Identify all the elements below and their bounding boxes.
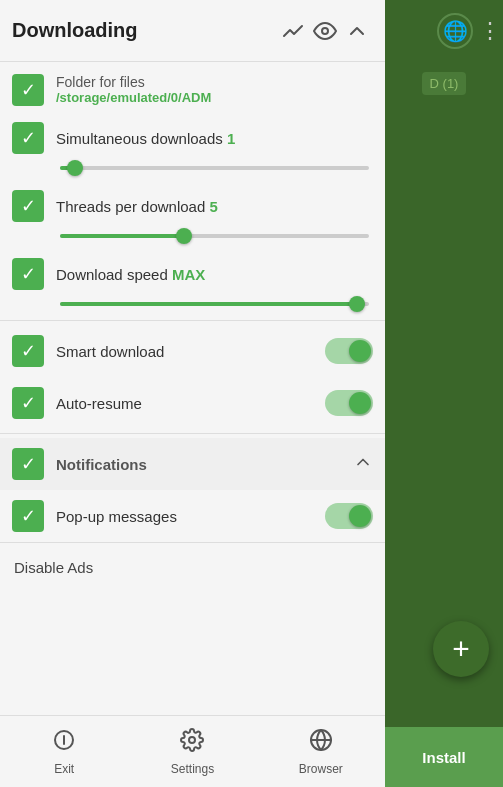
- browser-icon: [309, 728, 333, 758]
- simultaneous-label: Simultaneous downloads 1: [56, 130, 373, 147]
- smart-download-checkbox[interactable]: ✓: [12, 335, 44, 367]
- threads-checkbox[interactable]: ✓: [12, 190, 44, 222]
- chart-icon[interactable]: [277, 15, 309, 47]
- simultaneous-slider-track[interactable]: [60, 166, 369, 170]
- threads-slider-track[interactable]: [60, 234, 369, 238]
- eye-icon[interactable]: [309, 15, 341, 47]
- right-panel: 🌐 ⋮ D (1) + Install: [385, 0, 503, 787]
- folder-label: Folder for files: [56, 74, 211, 90]
- header: Downloading: [0, 0, 385, 62]
- bottom-nav: Exit Settings Browser: [0, 715, 385, 787]
- threads-slider-container: [0, 232, 385, 248]
- page-title: Downloading: [12, 19, 277, 42]
- nav-settings[interactable]: Settings: [128, 716, 256, 787]
- auto-resume-toggle-thumb: [349, 392, 371, 414]
- speed-label: Download speed MAX: [56, 266, 373, 283]
- auto-resume-label: Auto-resume: [56, 395, 313, 412]
- download-badge: D (1): [422, 72, 467, 95]
- install-bar[interactable]: Install: [385, 727, 503, 787]
- exit-label: Exit: [54, 762, 74, 776]
- folder-checkbox[interactable]: ✓: [12, 74, 44, 106]
- nav-exit[interactable]: Exit: [0, 716, 128, 787]
- folder-row[interactable]: ✓ Folder for files /storage/emulated/0/A…: [0, 62, 385, 112]
- threads-label: Threads per download 5: [56, 198, 373, 215]
- auto-resume-toggle[interactable]: [325, 390, 373, 416]
- more-options-icon[interactable]: ⋮: [479, 18, 499, 44]
- simultaneous-checkbox[interactable]: ✓: [12, 122, 44, 154]
- content-area: ✓ Folder for files /storage/emulated/0/A…: [0, 62, 385, 715]
- speed-slider-fill: [60, 302, 357, 306]
- exit-icon: [52, 728, 76, 758]
- browser-label: Browser: [299, 762, 343, 776]
- simultaneous-row: ✓ Simultaneous downloads 1: [0, 112, 385, 164]
- collapse-icon[interactable]: [341, 15, 373, 47]
- simultaneous-slider-thumb[interactable]: [67, 160, 83, 176]
- notifications-header[interactable]: ✓ Notifications: [0, 438, 385, 490]
- settings-icon: [180, 728, 204, 758]
- smart-download-row: ✓ Smart download: [0, 325, 385, 377]
- speed-checkbox[interactable]: ✓: [12, 258, 44, 290]
- popup-toggle-thumb: [349, 505, 371, 527]
- popup-checkbox[interactable]: ✓: [12, 500, 44, 532]
- popup-toggle[interactable]: [325, 503, 373, 529]
- globe-icon[interactable]: 🌐: [437, 13, 473, 49]
- svg-point-4: [189, 737, 195, 743]
- fab-add-button[interactable]: +: [433, 621, 489, 677]
- threads-slider-thumb[interactable]: [176, 228, 192, 244]
- divider-2: [0, 433, 385, 434]
- main-panel: Downloading ✓ Folder for files /storage/…: [0, 0, 385, 787]
- speed-row: ✓ Download speed MAX: [0, 248, 385, 300]
- notifications-chevron-icon[interactable]: [353, 452, 373, 477]
- svg-point-0: [322, 28, 328, 34]
- auto-resume-checkbox[interactable]: ✓: [12, 387, 44, 419]
- speed-slider-thumb[interactable]: [349, 296, 365, 312]
- auto-resume-row: ✓ Auto-resume: [0, 377, 385, 429]
- divider-1: [0, 320, 385, 321]
- simultaneous-slider-container: [0, 164, 385, 180]
- folder-path: /storage/emulated/0/ADM: [56, 90, 211, 105]
- smart-download-toggle[interactable]: [325, 338, 373, 364]
- threads-row: ✓ Threads per download 5: [0, 180, 385, 232]
- popup-row: ✓ Pop-up messages: [0, 490, 385, 542]
- disable-ads-row[interactable]: Disable Ads: [0, 542, 385, 592]
- notifications-checkbox[interactable]: ✓: [12, 448, 44, 480]
- settings-label: Settings: [171, 762, 214, 776]
- disable-ads-label: Disable Ads: [14, 559, 93, 576]
- right-top-bar: 🌐 ⋮: [385, 0, 503, 62]
- nav-browser[interactable]: Browser: [257, 716, 385, 787]
- smart-download-label: Smart download: [56, 343, 313, 360]
- threads-slider-fill: [60, 234, 184, 238]
- popup-label: Pop-up messages: [56, 508, 313, 525]
- speed-slider-container: [0, 300, 385, 316]
- smart-download-toggle-thumb: [349, 340, 371, 362]
- folder-texts: Folder for files /storage/emulated/0/ADM: [56, 74, 211, 105]
- speed-slider-track[interactable]: [60, 302, 369, 306]
- notifications-label: Notifications: [56, 456, 341, 473]
